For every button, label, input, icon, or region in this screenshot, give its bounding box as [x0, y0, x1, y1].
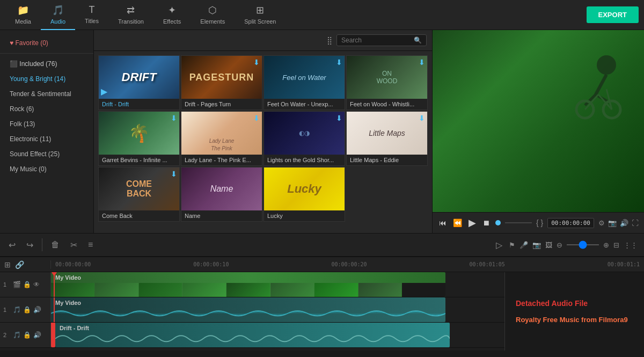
plus-icon[interactable]: ⊕ [603, 241, 609, 249]
audio-track-2-icon[interactable]: 🎵 [13, 331, 21, 339]
picture-icon[interactable]: 🖼 [545, 241, 552, 249]
video-track-row: 1 🎬 🔒 👁 My Video [0, 272, 504, 297]
ruler-mark-20: 00:00:00:20 [331, 261, 367, 267]
minus-icon[interactable]: ⊖ [557, 241, 562, 249]
sidebar-included[interactable]: ⬛ Included (76) [0, 56, 93, 71]
lock-icon[interactable]: 🔒 [23, 306, 31, 314]
audio-card-come-back[interactable]: COMEBACK ⬇ Come Back [98, 167, 180, 222]
audio-card-feet-wood[interactable]: ONWOOD ⬇ Feet on Wood - Whistli... [346, 55, 428, 110]
preview-area: ⏮ ⏪ ▶ ⏹ { } 00:00:00:00 ⚙ 📷 🔊 ⛶ [432, 30, 644, 233]
settings-icon[interactable]: ⚙ [598, 219, 605, 227]
prev-frame-button[interactable]: ⏮ [438, 217, 448, 228]
audio-track-icon[interactable]: 🎵 [13, 306, 21, 314]
eye-icon[interactable]: 👁 [33, 281, 40, 288]
audio-card-pages-turn[interactable]: PAGESTURN ⬇ Drift - Pages Turn [181, 55, 262, 110]
zoom-fit-icon[interactable]: ⊟ [613, 241, 619, 249]
audio-card-lady-lane[interactable]: Lady LaneThe Pink ⬇ Lady Lane - The Pink… [181, 111, 262, 166]
audio-card-little-maps[interactable]: Little Maps ⬇ Little Maps - Eddie [346, 111, 428, 166]
nav-elements[interactable]: ⬡ Elements [191, 0, 235, 30]
audio-clip-1-label: My Video [55, 300, 81, 306]
download-icon[interactable]: ⬇ [171, 114, 177, 122]
download-icon[interactable]: ⬇ [336, 114, 342, 122]
play-head-button[interactable]: ▷ [494, 238, 504, 252]
sidebar-my-music[interactable]: My Music (0) [0, 162, 93, 177]
export-button[interactable]: EXPORT [587, 6, 639, 23]
card-thumb-text: DRIFT [122, 70, 157, 84]
video-track-icon[interactable]: 🎬 [13, 281, 21, 288]
card-thumb-text: PAGESTURN [189, 72, 254, 83]
card-thumb-text: 🌴 [128, 123, 150, 143]
download-icon[interactable]: ⬇ [253, 58, 260, 67]
ruler-marks: 00:00:00:00 00:00:00:10 00:00:00:20 00:0… [55, 261, 640, 267]
volume-icon-sm-2[interactable]: 🔊 [33, 331, 41, 339]
waveform-2 [55, 331, 450, 346]
sidebar-folk[interactable]: Folk (13) [0, 116, 93, 132]
volume-icon-sm[interactable]: 🔊 [33, 306, 41, 314]
card-label: Come Back [99, 210, 179, 221]
nav-media[interactable]: 📁 Media [5, 0, 41, 30]
video-frame [358, 283, 402, 297]
sidebar-sound-effect[interactable]: Sound Effect (25) [0, 147, 93, 162]
mic-icon[interactable]: 🎤 [519, 241, 528, 249]
lock-icon[interactable]: 🔒 [23, 281, 31, 288]
timeline-area: ⊞ 🔗 00:00:00:00 00:00:00:10 00:00:00:20 … [0, 257, 644, 351]
nav-media-label: Media [15, 18, 31, 25]
screenshot-icon[interactable]: 📷 [608, 219, 617, 227]
camera-icon[interactable]: 📷 [532, 241, 541, 249]
more-icon[interactable]: ⋮⋮ [624, 241, 638, 249]
play-button[interactable]: ▶ [467, 216, 477, 230]
download-icon[interactable]: ⬇ [419, 58, 425, 67]
sidebar-young-bright[interactable]: Young & Bright (14) [0, 71, 93, 86]
audio-card-garret[interactable]: 🌴 ⬇ Garret Bevins - Infinite ... [98, 111, 180, 166]
search-input[interactable] [341, 37, 411, 44]
sidebar-favorite[interactable]: ♥ Favorite (0) [0, 35, 93, 50]
sidebar-rock[interactable]: Rock (6) [0, 101, 93, 116]
fullscreen-icon[interactable]: ⛶ [632, 219, 639, 227]
card-thumb-text: ◐◑ [299, 129, 310, 137]
rewind-button[interactable]: ⏪ [452, 217, 463, 228]
nav-splitscreen[interactable]: ⊞ Split Screen [235, 0, 286, 30]
audio-card-feet-water[interactable]: Feel on Water ⬇ Feet On Water - Unexp... [264, 55, 345, 110]
audio-sidebar: ♥ Favorite (0) ⬛ Included (76) Young & B… [0, 30, 94, 233]
audio-card-lights-gold[interactable]: ◐◑ ⬇ Lights on the Gold Shor... [264, 111, 345, 166]
delete-button[interactable]: 🗑 [49, 238, 62, 252]
cut-button[interactable]: ✂ [68, 238, 79, 252]
redo-button[interactable]: ↪ [24, 238, 35, 252]
timeline-info: Detached Audio File Royalty Free Music f… [504, 272, 644, 351]
lock-icon-2[interactable]: 🔒 [23, 331, 31, 339]
undo-button[interactable]: ↩ [6, 238, 18, 252]
card-label: Little Maps - Eddie [347, 155, 427, 165]
video-frame [314, 283, 358, 297]
audio-clip-2[interactable]: Drift - Drift [55, 323, 450, 347]
grid-view-icon[interactable]: ⣿ [327, 36, 332, 45]
download-icon[interactable]: ⬇ [171, 170, 177, 178]
video-clip[interactable]: My Video [51, 272, 445, 297]
royalty-music-label: Royalty Free Music from Filmora9 [516, 316, 633, 324]
add-track-icon[interactable]: ⊞ [4, 260, 11, 269]
download-icon[interactable]: ⬇ [253, 114, 260, 122]
card-label: Lady Lane - The Pink E... [181, 155, 262, 165]
nav-transition[interactable]: ⇄ Transition [108, 0, 153, 30]
nav-effects[interactable]: ✦ Effects [153, 0, 191, 30]
ruler-mark-11: 00:00:01:1 [608, 261, 640, 267]
audio-track-2-row: 2 🎵 🔒 🔊 Drift - Drift [0, 323, 504, 348]
card-label: Lights on the Gold Shor... [264, 155, 345, 165]
download-icon[interactable]: ⬇ [419, 114, 425, 122]
sidebar-electronic[interactable]: Electronic (11) [0, 132, 93, 147]
volume-icon[interactable]: 🔊 [620, 219, 628, 227]
audio-card-lucky[interactable]: Lucky Lucky [264, 167, 345, 222]
nav-audio[interactable]: 🎵 Audio [41, 0, 75, 30]
stop-button[interactable]: ⏹ [481, 217, 491, 228]
ctrl-icons: ⚙ 📷 🔊 ⛶ [598, 219, 639, 227]
link-icon[interactable]: 🔗 [15, 260, 24, 269]
adjust-button[interactable]: ≡ [86, 238, 95, 252]
flag-icon[interactable]: ⚑ [509, 241, 515, 249]
speed-slider[interactable] [567, 244, 599, 245]
audio-card-name[interactable]: Name Name [181, 167, 262, 222]
audio-clip-1[interactable]: My Video [51, 297, 445, 322]
download-icon[interactable]: ⬇ [336, 58, 342, 67]
nav-titles[interactable]: T Titles [75, 0, 108, 30]
audio-card-drift-drift[interactable]: DRIFT ▶ Drift - Drift [98, 55, 180, 110]
card-thumb-text: Name [210, 184, 233, 194]
sidebar-tender[interactable]: Tender & Sentimental [0, 86, 93, 101]
